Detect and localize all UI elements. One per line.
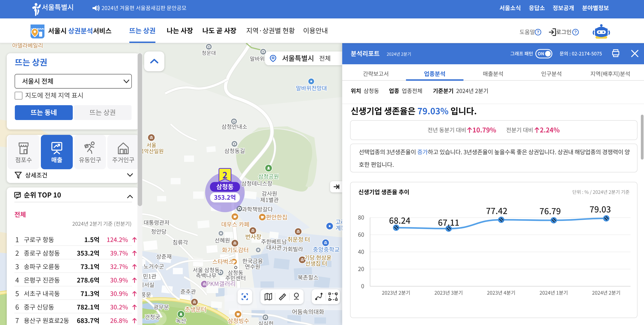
svg-text:?: ? xyxy=(537,30,539,34)
svg-text:?: ? xyxy=(574,30,577,34)
